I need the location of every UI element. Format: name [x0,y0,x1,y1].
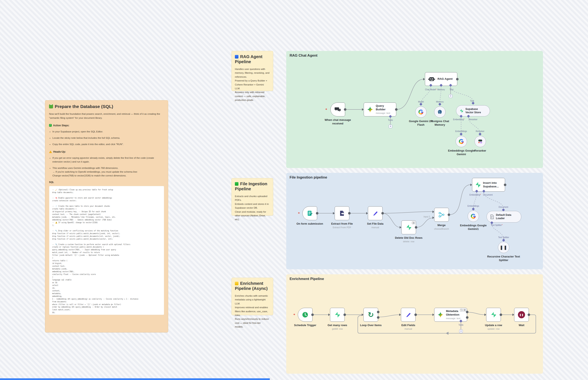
node-metadata-obtention[interactable]: ↻✱ Metadata Obtention message: text [434,308,467,322]
node-when-chat-message-received[interactable]: When chat message received [331,103,345,116]
node-set-file-data[interactable]: Set File Data manual [368,206,383,220]
connector-label-embeddings: Embeddings [455,130,467,133]
node-label: Get many rows [325,323,350,327]
document-icon [490,214,494,219]
chat-bubbles-icon [335,107,341,112]
clock-icon [302,312,308,318]
google-icon [459,139,464,144]
form-icon [307,210,313,216]
output-connector[interactable] [395,108,398,111]
output-connector-done[interactable] [377,311,379,313]
node-get-many-rows[interactable]: Get many rows getAll: row [330,308,345,322]
output-connector[interactable] [348,212,351,214]
input-connector [333,212,335,214]
node-sublabel: manual [397,328,420,330]
connector-label-tools: Tools [388,119,393,121]
node-label: Update a row [481,323,506,327]
node-label: Reranker [469,149,492,153]
extract-file-icon [339,210,345,216]
node-label: Query Builder [376,104,393,111]
output-connector[interactable] [414,313,417,316]
connector-label-text-splitter: Text Splitter* [491,224,503,226]
input-connector [366,212,368,214]
output-connector[interactable] [316,212,318,214]
google-icon [418,109,424,115]
node-sublabel: getAll: row [325,328,350,330]
input-connector-1 [432,210,434,213]
node-wait[interactable]: ❚❚ Wait [514,308,529,322]
node-label: Edit Fields [397,323,420,327]
node-label: Merge [429,224,454,227]
add-tool-button[interactable]: + [449,94,453,98]
node-sublabel: Extract From PDF [327,226,357,229]
node-delete-old-doc-rows[interactable]: ▤ Delete Old Doc Rows delete: row [401,220,416,234]
output-connector-loop[interactable] [377,316,379,319]
output-connector[interactable] [311,313,314,316]
node-label: RAG Agent [438,77,453,81]
output-connector[interactable] [504,184,506,186]
connector-label-tool: Tool [470,100,474,102]
merge-icon [439,212,444,218]
input-connector [400,226,401,229]
cohere-icon [478,139,483,144]
node-label: Set File Data [363,222,388,226]
node-label: When chat message received [324,118,352,125]
workflow-canvas[interactable]: RAG Chat Agent File Ingestion pipeline E… [0,0,588,380]
node-label: Loop Over Items [357,323,385,327]
node-update-a-row[interactable]: Update a row update: row [486,308,501,322]
connector-label-input2: Input 2 [424,216,430,218]
input-connector [470,184,472,186]
loop-icon: ↻ [368,310,374,319]
node-embeddings-google-gemini1[interactable]: Embeddings Google Gemini1 [468,210,479,222]
node-label: Default Data Loader [496,213,518,220]
node-embeddings-google-gemini[interactable]: Embeddings Google Gemini [456,136,467,147]
output-connector[interactable] [415,226,417,229]
connector-label-embedding: Embedding* [453,118,465,121]
node-label: Supabase Vector Store [465,108,486,114]
output-connector[interactable] [448,213,450,216]
node-edit-fields[interactable]: Edit Fields manual [401,308,416,322]
add-tool-button[interactable]: + [459,329,463,333]
gemini-icon [367,106,373,113]
node-loop-over-items[interactable]: ↻ Loop Over Items [364,308,378,322]
node-sublabel: manual [363,226,388,229]
node-label: Delete Old Doc Rows [392,236,425,240]
retry-badge-icon: ↻✱ [460,309,466,312]
robot-icon [428,76,435,82]
node-recursive-character-text-splitter[interactable]: ❚❚ Recursive Character Text Splitter [498,242,509,253]
loopback-arrow [446,332,448,335]
supabase-icon [491,312,496,318]
node-reranker[interactable]: Reranker [475,136,486,147]
node-label: Recursive Character Text Splitter [487,255,520,262]
output-connector[interactable] [456,78,459,80]
node-default-data-loader[interactable]: Default Data Loader [487,211,521,223]
node-schedule-trigger[interactable]: Schedule Trigger [298,308,312,322]
input-connector [399,313,401,316]
node-merge[interactable]: Merge chooseBranch [434,208,449,222]
node-query-builder[interactable]: Query Builder message: text [364,103,396,116]
output-connector[interactable] [500,313,502,316]
node-on-form-submission[interactable]: On form submission [302,206,317,220]
output-connector[interactable] [381,212,384,214]
output-connector-1[interactable] [466,311,468,313]
add-tool-button[interactable]: + [389,125,392,128]
node-sublabel: delete: row [392,240,425,243]
output-connector-2[interactable] [466,316,468,319]
connector-label-document: Document [483,194,493,196]
google-icon [471,213,476,219]
output-connector[interactable] [344,108,346,111]
node-insert-into-supabase[interactable]: Insert into Supabase... [472,178,505,191]
supabase-icon [406,224,411,230]
node-google-gemini-flash[interactable]: Google Gemini 2.0 Flash [415,106,427,118]
node-extract-from-file[interactable]: Extract from File Extract From PDF [335,206,349,220]
node-sublabel: message: text [446,317,464,320]
output-connector[interactable] [528,313,530,316]
gemini-icon [437,311,444,318]
connector-label-document: Document [498,206,508,208]
supabase-icon [475,182,481,188]
connector-label-reranker: Reranker [469,118,477,121]
node-postgres-chat-memory[interactable]: Postgres Chat Memory [434,106,445,118]
node-label: Embeddings Google Gemini1 [458,224,489,231]
connector-label-chat-model: Chat Model* [425,88,437,91]
output-connector[interactable] [344,313,346,316]
